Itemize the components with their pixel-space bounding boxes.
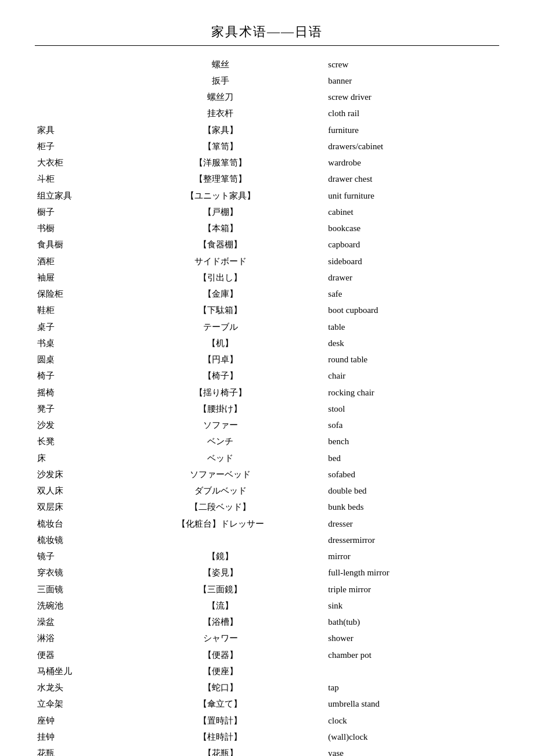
cell-english: (wall)clock — [326, 729, 499, 745]
cell-japanese: 【傘立て】 — [116, 696, 326, 712]
cell-english: screw — [326, 56, 499, 73]
cell-chinese: 凳子 — [35, 401, 116, 417]
cell-chinese: 柜子 — [35, 138, 116, 154]
table-row: 螺丝刀screw driver — [35, 89, 499, 106]
cell-english: double bed — [326, 483, 499, 499]
cell-english: stool — [326, 401, 499, 417]
cell-japanese: 螺丝 — [116, 56, 326, 73]
cell-chinese — [35, 56, 116, 73]
cell-chinese: 斗柜 — [35, 171, 116, 188]
cell-english: vase — [326, 746, 499, 757]
cell-japanese: 【流】 — [116, 597, 326, 614]
cell-english: unit furniture — [326, 188, 499, 204]
cell-japanese: 【三面鏡】 — [116, 581, 326, 597]
cell-chinese: 长凳 — [35, 434, 116, 450]
cell-japanese: 【椅子】 — [116, 368, 326, 384]
cell-chinese: 立伞架 — [35, 696, 116, 712]
table-row: 挂衣杆cloth rail — [35, 106, 499, 122]
cell-japanese: 【花瓶】 — [116, 746, 326, 757]
cell-english: chair — [326, 368, 499, 384]
table-row: 椅子【椅子】chair — [35, 368, 499, 384]
cell-chinese: 花瓶 — [35, 746, 116, 757]
cell-japanese: ベッド — [116, 450, 326, 466]
table-row: 鞋柜【下駄箱】boot cupboard — [35, 303, 499, 319]
cell-english: boot cupboard — [326, 303, 499, 319]
cell-japanese: シャワー — [116, 631, 326, 647]
cell-chinese: 家具 — [35, 122, 116, 138]
cell-chinese: 便器 — [35, 647, 116, 663]
cell-japanese: 【姿見】 — [116, 565, 326, 581]
table-row: 花瓶【花瓶】vase — [35, 746, 499, 757]
table-row: 澡盆【浴槽】bath(tub) — [35, 614, 499, 631]
cell-english: bench — [326, 434, 499, 450]
table-row: 食具橱【食器棚】capboard — [35, 237, 499, 253]
cell-chinese: 椅子 — [35, 368, 116, 384]
cell-chinese: 座钟 — [35, 712, 116, 729]
table-row: 双人床ダブルベッドdouble bed — [35, 483, 499, 499]
cell-english: tap — [326, 680, 499, 696]
cell-japanese: ダブルベッド — [116, 483, 326, 499]
cell-japanese: 【柱時計】 — [116, 729, 326, 745]
cell-chinese: 挂钟 — [35, 729, 116, 745]
cell-english: umbrella stand — [326, 696, 499, 712]
cell-japanese: 【浴槽】 — [116, 614, 326, 631]
cell-english: chamber pot — [326, 647, 499, 663]
cell-japanese: テーブル — [116, 319, 326, 335]
cell-japanese: 螺丝刀 — [116, 89, 326, 106]
cell-english: screw driver — [326, 89, 499, 106]
table-row: 家具【家具】furniture — [35, 122, 499, 138]
table-row: 马桶坐儿【便座】 — [35, 663, 499, 679]
cell-chinese: 鞋柜 — [35, 303, 116, 319]
table-row: 三面镜【三面鏡】triple mirror — [35, 581, 499, 597]
cell-japanese: 【整理箪笥】 — [116, 171, 326, 188]
cell-english: drawer — [326, 269, 499, 286]
cell-chinese — [35, 89, 116, 106]
table-row: 桌子テーブルtable — [35, 319, 499, 335]
cell-english: full-length mirror — [326, 565, 499, 581]
table-row: 沙发床ソファーベッドsofabed — [35, 466, 499, 483]
cell-english: furniture — [326, 122, 499, 138]
cell-japanese: 【箪笥】 — [116, 138, 326, 154]
table-row: 书橱【本箱】bookcase — [35, 221, 499, 237]
cell-japanese: ベンチ — [116, 434, 326, 450]
cell-chinese: 马桶坐儿 — [35, 663, 116, 679]
cell-english: dresser — [326, 516, 499, 532]
cell-english: capboard — [326, 237, 499, 253]
table-row: 保险柜【金庫】safe — [35, 286, 499, 303]
table-row: 沙发ソファーsofa — [35, 417, 499, 434]
cell-chinese: 保险柜 — [35, 286, 116, 303]
cell-japanese: 【戸棚】 — [116, 204, 326, 220]
cell-chinese: 圆桌 — [35, 352, 116, 368]
cell-japanese: 【ユニット家具】 — [116, 188, 326, 204]
cell-chinese: 洗碗池 — [35, 597, 116, 614]
table-row: 大衣柜【洋服箪笥】wardrobe — [35, 155, 499, 171]
cell-japanese: 【金庫】 — [116, 286, 326, 303]
table-row: 床ベッドbed — [35, 450, 499, 466]
table-row: 书桌【机】desk — [35, 335, 499, 351]
cell-english — [326, 663, 499, 679]
cell-english: rocking chair — [326, 384, 499, 401]
cell-english: wardrobe — [326, 155, 499, 171]
cell-japanese: 【引出し】 — [116, 269, 326, 286]
cell-japanese: 【下駄箱】 — [116, 303, 326, 319]
table-row: 梳妆台【化粧台】ドレッサーdresser — [35, 516, 499, 532]
cell-english: banner — [326, 73, 499, 89]
cell-japanese: 【二段ベッド】 — [116, 499, 326, 516]
cell-english: drawer chest — [326, 171, 499, 188]
cell-english: bookcase — [326, 221, 499, 237]
cell-english: sofabed — [326, 466, 499, 483]
cell-japanese: ソファー — [116, 417, 326, 434]
page-title: 家具术语——日语 — [35, 23, 499, 41]
cell-chinese: 大衣柜 — [35, 155, 116, 171]
table-row: 座钟【置時計】clock — [35, 712, 499, 729]
cell-chinese: 水龙头 — [35, 680, 116, 696]
table-row: 水龙头【蛇口】tap — [35, 680, 499, 696]
table-row: 挂钟【柱時計】(wall)clock — [35, 729, 499, 745]
cell-chinese: 梳妆台 — [35, 516, 116, 532]
cell-japanese: ソファーベッド — [116, 466, 326, 483]
table-row: 螺丝screw — [35, 56, 499, 73]
cell-english: bunk beds — [326, 499, 499, 516]
cell-english: table — [326, 319, 499, 335]
cell-japanese: 【腰掛け】 — [116, 401, 326, 417]
cell-chinese: 三面镜 — [35, 581, 116, 597]
